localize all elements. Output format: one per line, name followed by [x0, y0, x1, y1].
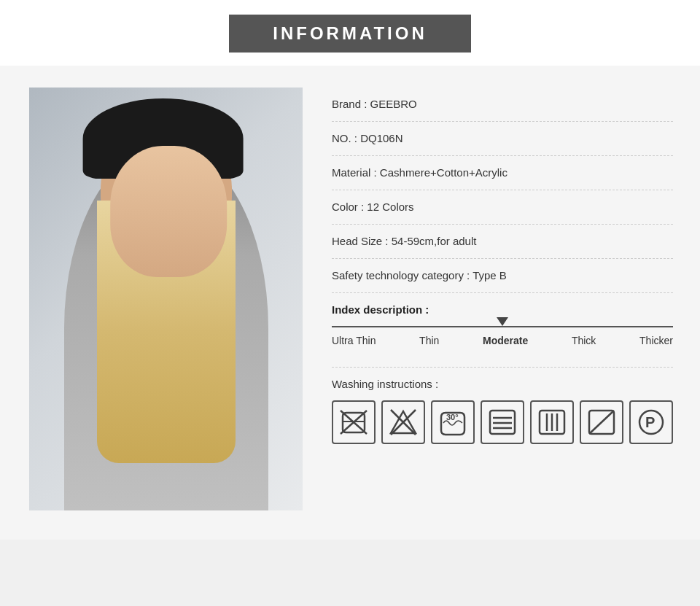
wash-icon-flat-dry: [481, 400, 524, 444]
hang-dry-icon: [537, 408, 567, 436]
safety-label: Safety technology category : Type B: [332, 269, 507, 281]
wash-icon-hang-dry: [530, 400, 574, 444]
svg-text:30°: 30°: [446, 413, 459, 422]
index-thick: Thick: [572, 335, 596, 346]
svg-line-16: [589, 411, 614, 434]
product-image: [29, 88, 303, 510]
svg-text:P: P: [645, 414, 655, 430]
safety-row: Safety technology category : Type B: [332, 259, 673, 293]
wash-icon-no-bleach: [381, 400, 425, 444]
index-arrow: [497, 317, 508, 326]
color-label: Color : 12 Colors: [332, 201, 414, 213]
color-row: Color : 12 Colors: [332, 190, 673, 225]
index-thin: Thin: [419, 335, 439, 346]
headsize-row: Head Size : 54-59cm,for adult: [332, 225, 673, 259]
info-section: Brand : GEEBRO NO. : DQ106N Material : C…: [332, 88, 673, 510]
face-element: [110, 146, 227, 277]
no-bleach-icon: [389, 408, 417, 436]
index-labels: Ultra Thin Thin Moderate Thick Thicker: [332, 335, 673, 346]
no-iron-icon: [587, 408, 616, 436]
washing-icons: 30°: [332, 400, 673, 444]
wash-icon-30: 30°: [431, 400, 475, 444]
index-thicker: Thicker: [639, 335, 673, 346]
flat-dry-icon: [488, 408, 517, 436]
page-header: INFORMATION: [0, 0, 700, 66]
material-label: Material : Cashmere+Cotton+Acrylic: [332, 166, 508, 179]
index-title: Index description :: [332, 303, 673, 316]
washing-title: Washing instructions :: [332, 378, 673, 390]
no-label: NO. : DQ106N: [332, 132, 403, 144]
main-content: Brand : GEEBRO NO. : DQ106N Material : C…: [0, 66, 700, 540]
brand-row: Brand : GEEBRO: [332, 88, 673, 122]
brand-label: Brand : GEEBRO: [332, 98, 417, 110]
wash-icon-dry-clean: P: [629, 400, 673, 444]
index-ultra-thin: Ultra Thin: [332, 335, 376, 346]
washing-section: Washing instructions :: [332, 367, 673, 444]
index-line: [332, 326, 673, 327]
no-row: NO. : DQ106N: [332, 122, 673, 156]
title-box: INFORMATION: [229, 15, 471, 53]
dry-clean-icon: P: [637, 408, 666, 436]
index-moderate: Moderate: [483, 335, 528, 346]
material-row: Material : Cashmere+Cotton+Acrylic: [332, 156, 673, 190]
30-wash-icon: 30°: [438, 408, 468, 436]
headsize-label: Head Size : 54-59cm,for adult: [332, 235, 476, 247]
wash-icon-no-wash: [332, 400, 376, 444]
page-title: INFORMATION: [273, 23, 427, 43]
index-bar: Ultra Thin Thin Moderate Thick Thicker: [332, 326, 673, 346]
wash-icon-no-iron: [580, 400, 623, 444]
index-section: Index description : Ultra Thin Thin Mode…: [332, 293, 673, 352]
no-wash-icon: [339, 409, 368, 435]
